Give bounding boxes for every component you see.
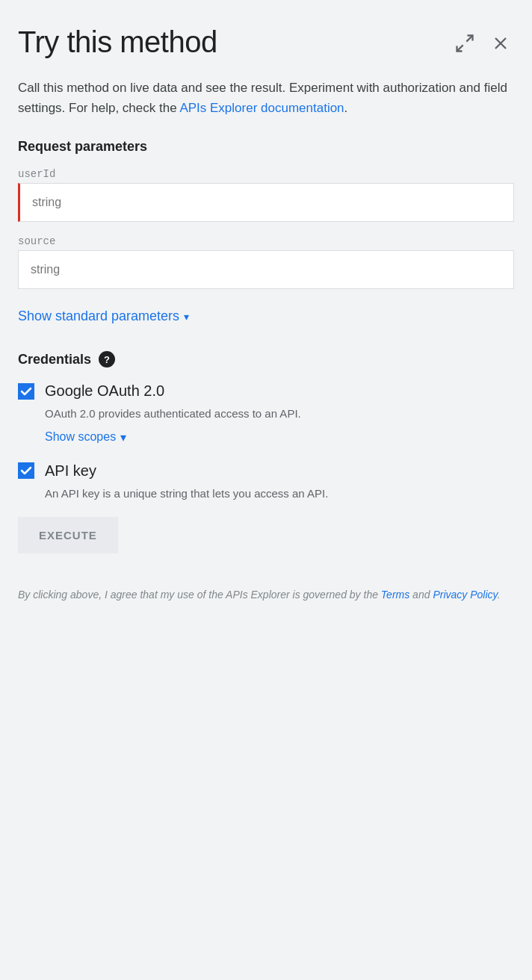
apikey-checkbox[interactable] <box>18 462 34 479</box>
source-field-wrapper: source <box>18 235 514 289</box>
credential-item-apikey: API key An API key is a unique string th… <box>18 462 514 503</box>
description-text: Call this method on live data and see th… <box>18 78 514 118</box>
page-title: Try this method <box>18 24 217 60</box>
chevron-down-icon: ▾ <box>184 311 189 323</box>
execute-wrapper: EXECUTE <box>18 517 514 571</box>
svg-line-0 <box>466 36 472 42</box>
apikey-name: API key <box>45 462 96 480</box>
userid-input[interactable] <box>18 183 514 222</box>
oauth-description: OAuth 2.0 provides authenticated access … <box>18 406 514 423</box>
close-button[interactable] <box>487 30 514 57</box>
credentials-section: Credentials ? Google OAuth 2.0 OAuth 2.0… <box>18 351 514 502</box>
panel: Try this method Call this method on live… <box>0 0 532 980</box>
close-icon <box>490 33 511 54</box>
userid-label: userId <box>18 168 514 180</box>
checkmark-icon <box>20 385 32 397</box>
source-label: source <box>18 235 514 247</box>
execute-button[interactable]: EXECUTE <box>18 517 118 553</box>
oauth-credential-row: Google OAuth 2.0 <box>18 382 514 400</box>
scopes-chevron-icon: ▾ <box>120 430 126 444</box>
source-input[interactable] <box>18 250 514 289</box>
footer-text: By clicking above, I agree that my use o… <box>18 586 514 603</box>
credentials-header: Credentials ? <box>18 351 514 368</box>
apikey-credential-row: API key <box>18 462 514 480</box>
oauth-name: Google OAuth 2.0 <box>45 382 164 400</box>
request-parameters-section: Request parameters userId source <box>18 139 514 289</box>
show-standard-parameters-button[interactable]: Show standard parameters ▾ <box>18 303 189 330</box>
show-scopes-button[interactable]: Show scopes ▾ <box>18 427 126 447</box>
apis-explorer-link[interactable]: APIs Explorer documentation <box>179 101 344 115</box>
credential-item-oauth: Google OAuth 2.0 OAuth 2.0 provides auth… <box>18 382 514 447</box>
expand-button[interactable] <box>451 30 478 57</box>
header-icons <box>451 30 514 57</box>
oauth-checkbox[interactable] <box>18 383 34 400</box>
svg-line-1 <box>457 45 463 51</box>
userid-field-wrapper: userId <box>18 168 514 222</box>
credentials-help-icon[interactable]: ? <box>99 351 115 368</box>
header-row: Try this method <box>18 24 514 60</box>
terms-link[interactable]: Terms <box>381 589 409 601</box>
show-scopes-label: Show scopes <box>45 430 116 444</box>
checkmark-icon <box>20 465 32 477</box>
credentials-title: Credentials <box>18 352 91 368</box>
show-standard-parameters-label: Show standard parameters <box>18 308 179 324</box>
privacy-policy-link[interactable]: Privacy Policy <box>433 589 497 601</box>
apikey-description: An API key is a unique string that lets … <box>18 486 514 503</box>
expand-icon <box>454 33 475 54</box>
request-parameters-title: Request parameters <box>18 139 514 155</box>
